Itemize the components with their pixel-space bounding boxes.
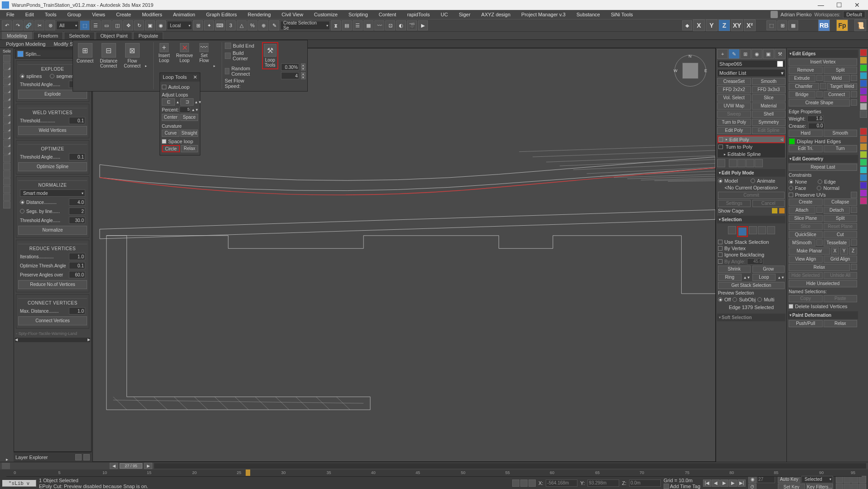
space-loop-checkbox[interactable] [162,139,166,144]
use-stack-sel-check[interactable] [718,240,723,244]
uvwmap-button[interactable]: UVW Map [717,102,751,110]
misc-tool-3[interactable]: ⊞ [777,20,787,30]
time-slider-handle[interactable]: 27 / 95 [120,463,142,469]
soft-selection-rollout[interactable]: Soft Selection [717,314,786,321]
select-region-button[interactable]: ▭ [102,20,112,30]
axis-z-button[interactable]: Z [718,19,730,31]
make-unique-button[interactable] [737,159,746,167]
select-move-button[interactable]: ✥ [123,20,133,30]
color-swatch-green[interactable] [860,64,867,72]
left-tool-6[interactable] [3,101,10,108]
left-tool-13[interactable] [3,155,10,162]
key-filter-dropdown[interactable]: Selected [801,476,833,483]
left-tool-8[interactable] [3,116,10,124]
color-swatch-2-4[interactable] [860,151,867,158]
slice-plane-button[interactable]: Slice Plane [789,215,823,222]
color-swatch-purple[interactable] [860,87,867,95]
color-swatch-2-2[interactable] [860,136,867,143]
modifier-list-dropdown[interactable]: Modifier List [717,69,786,77]
object-color-swatch[interactable] [777,61,783,67]
script-button[interactable]: 📜 [854,19,866,31]
shell-button[interactable]: Shell [752,111,786,118]
color-swatch-2-7[interactable] [860,174,867,181]
adjust-left-button[interactable]: ⊏ [162,98,175,106]
collapse-button[interactable]: Collapse [824,199,858,206]
repeat-last-button[interactable]: Repeat Last [789,164,857,171]
color-swatch-2-1[interactable] [860,128,867,135]
bridge-settings[interactable] [816,91,823,97]
color-swatch-red[interactable] [860,49,867,56]
grow-button[interactable]: Grow [752,266,785,273]
color-swatch-2-10[interactable] [860,197,867,204]
selection-rollout[interactable]: Selection [717,216,786,223]
y-coord[interactable]: 93.298m [587,479,619,487]
utilities-tab[interactable]: ⚒ [775,49,786,59]
time-track[interactable] [154,463,866,469]
next-frame-button[interactable]: ▶ [144,463,152,469]
render-frame-button[interactable]: ▶ [418,20,428,30]
symmetry-button[interactable]: Symmetry [752,119,786,126]
extrude-button[interactable]: Extrude [789,75,815,82]
undo-button[interactable]: ↶ [2,20,12,30]
segs-radio[interactable] [20,209,24,213]
relax-button[interactable]: Relax [181,145,198,152]
layers-button[interactable]: ☰ [353,20,363,30]
edit-geom-rollout[interactable]: Edit Geometry [788,155,858,163]
menu-siger[interactable]: Siger [455,11,474,18]
segments-radio[interactable] [50,74,54,78]
crease-spinner[interactable]: 0.0 [808,123,824,129]
misc-tool-4[interactable]: ▦ [788,20,798,30]
x-coord[interactable]: -564.168m [546,479,577,487]
view-align-button[interactable]: View Align [789,256,823,263]
reset-plane-button[interactable]: Reset Plane [824,223,858,230]
weld-settings[interactable] [851,75,857,81]
cancel-button[interactable]: Cancel [752,200,785,207]
constraint-edge[interactable] [818,179,822,184]
preserve-uvs-settings[interactable] [851,192,857,198]
mirror-button[interactable]: ⧗ [331,20,341,30]
menu-sini[interactable]: SiNi Tools [607,11,637,18]
play-button[interactable]: ▶ [720,479,728,487]
weight-spinner[interactable]: 1.0 [807,116,824,122]
left-tool-2[interactable] [3,70,10,77]
hard-button[interactable]: Hard [789,130,823,137]
constraint-normal[interactable] [817,186,821,190]
relax-geom-button[interactable]: Relax [789,264,850,271]
menu-uc[interactable]: UC [437,11,451,18]
weld-button[interactable]: Weld [824,75,850,82]
shrink-button[interactable]: Shrink [718,266,751,273]
spinner-snap-button[interactable]: ⊕ [258,20,268,30]
redo-button[interactable]: ↷ [13,20,23,30]
pivot-button[interactable]: ⊞ [193,20,203,30]
delete-iso-check[interactable] [789,304,793,309]
menu-file[interactable]: File [3,11,18,18]
color-swatch-grey[interactable] [860,103,867,110]
snap-2d-button[interactable]: 3 [226,20,236,30]
reduce-thresh-spinner[interactable]: 0.1 [69,262,85,269]
space-button[interactable]: Space [180,114,198,121]
tessellate-button[interactable]: Tessellate [824,239,850,247]
menu-group[interactable]: Group [63,11,85,18]
color-swatch-2-8[interactable] [860,182,867,189]
nav-5[interactable] [836,484,843,489]
split-geom-button[interactable]: Split [824,215,858,222]
prev-frame-button[interactable]: ◀ [110,463,118,469]
attach-list[interactable] [816,207,823,213]
unhide-all-button[interactable]: Unhide All [824,272,858,279]
nav-6[interactable] [844,484,851,489]
insert-vertex-button[interactable]: Insert Vertex [789,58,857,66]
edit-named-sel-button[interactable]: ✎ [269,20,279,30]
set-key-button[interactable]: Set Key [778,484,805,489]
time-config-button[interactable] [2,463,10,469]
left-tool-4[interactable] [3,86,10,93]
mod-editable-spline[interactable]: ▸Editable Spline [718,150,785,158]
detach-settings[interactable] [851,207,857,213]
ring-button[interactable]: Ring [718,274,742,281]
axis-x2-button[interactable]: X² [744,19,756,31]
splines-radio[interactable] [20,74,24,78]
distance-spinner[interactable]: 4.0 [69,199,85,206]
select-scale-button[interactable]: ▣ [145,20,155,30]
material-button[interactable]: Material [752,102,786,110]
fp-button[interactable]: Fp [836,19,848,31]
edge-subobj[interactable] [738,228,747,236]
